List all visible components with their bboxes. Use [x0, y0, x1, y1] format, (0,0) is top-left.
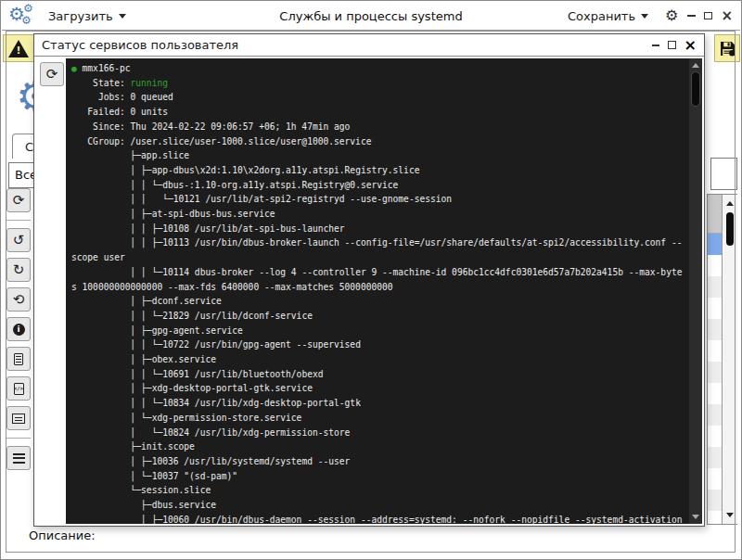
table-scrollbar[interactable] [722, 195, 737, 524]
log-file-icon [14, 353, 23, 365]
table-row[interactable] [708, 447, 722, 468]
units-table-fragment [707, 194, 737, 525]
settings-gear-icon[interactable]: ⚙ [665, 8, 678, 23]
table-row[interactable] [708, 383, 722, 404]
warning-toolbar-cell[interactable]: ! [3, 34, 34, 62]
dialog-title: Статус сервисов пользователя [42, 38, 238, 52]
table-row[interactable] [708, 490, 722, 511]
table-row[interactable] [708, 319, 722, 340]
terminal-scrollbar[interactable] [689, 58, 702, 524]
table-row[interactable] [708, 468, 722, 490]
terminal-scrollbar-thumb[interactable] [691, 71, 700, 107]
revert-icon: ⟲ [13, 293, 25, 307]
unit-list-icon [13, 453, 25, 464]
floppy-save-icon [720, 41, 736, 57]
undo-icon: ↺ [13, 234, 25, 248]
table-row[interactable] [708, 340, 722, 362]
redo-icon: ↻ [13, 263, 25, 277]
chevron-down-icon [119, 14, 126, 19]
right-filter-input[interactable] [710, 158, 737, 190]
maximize-button[interactable] [704, 12, 712, 19]
terminal-output: ● mmx166-pc State: running Jobs: 0 queue… [66, 58, 689, 524]
toolbar-separator [6, 220, 31, 221]
dialog-maximize-button[interactable] [668, 41, 676, 49]
load-menu-button[interactable]: Загрузить [41, 6, 134, 27]
table-row[interactable] [708, 276, 722, 298]
app-gears-logo-icon: ⚙⚙⚙ [2, 2, 41, 30]
undo-button[interactable]: ↺ [6, 228, 31, 252]
warning-icon: ! [8, 40, 29, 57]
save-menu-button[interactable]: Сохранить [560, 6, 656, 27]
table-scrollbar-thumb[interactable] [726, 212, 734, 246]
scroll-up-icon[interactable] [726, 201, 734, 206]
revert-button[interactable]: ⟲ [6, 287, 31, 312]
table-row[interactable] [708, 234, 722, 255]
log-file-button[interactable] [6, 347, 31, 371]
dialog-titlebar[interactable]: Статус сервисов пользователя × [34, 34, 704, 57]
table-column-header[interactable] [708, 195, 722, 234]
table-row[interactable] [708, 362, 722, 383]
unit-file-icon: </> [14, 383, 24, 395]
main-titlebar: ⚙⚙⚙ Загрузить Службы и процессы systemd … [2, 2, 740, 31]
table-row[interactable] [708, 255, 722, 276]
status-terminal: ● mmx166-pc State: running Jobs: 0 queue… [66, 58, 702, 524]
properties-button[interactable] [6, 406, 31, 430]
redo-button[interactable]: ↻ [6, 258, 31, 282]
left-toolbar: ⟳↺↻⟲i</> [6, 188, 31, 476]
dialog-refresh-button[interactable]: ⟳ [40, 62, 64, 86]
unit-file-button[interactable]: </> [6, 376, 31, 401]
table-row[interactable] [708, 404, 722, 426]
scroll-down-icon[interactable] [726, 513, 734, 517]
refresh-button[interactable]: ⟳ [6, 188, 31, 212]
info-button[interactable]: i [6, 317, 31, 341]
save-menu-label: Сохранить [568, 9, 635, 23]
save-toolbar-cell[interactable] [714, 34, 740, 62]
properties-icon [12, 414, 25, 424]
refresh-icon: ⟳ [13, 194, 25, 208]
info-icon: i [13, 324, 25, 336]
dialog-minimize-button[interactable] [652, 45, 659, 46]
minimize-button[interactable] [687, 15, 696, 17]
refresh-icon: ⟳ [46, 68, 58, 82]
scroll-up-icon[interactable] [692, 63, 699, 68]
scroll-down-icon[interactable] [692, 515, 699, 519]
dialog-close-button[interactable]: × [684, 40, 697, 51]
table-rows [708, 234, 722, 511]
table-row[interactable] [708, 426, 722, 447]
user-services-status-dialog: Статус сервисов пользователя × ⟳ ● mmx16… [33, 33, 705, 527]
close-button[interactable]: × [721, 11, 733, 20]
description-label: Описание: [29, 528, 96, 542]
load-menu-label: Загрузить [48, 9, 113, 23]
chevron-down-icon [641, 14, 648, 19]
unit-list-button[interactable] [6, 446, 31, 470]
toolbar-separator [6, 438, 31, 439]
table-row[interactable] [708, 298, 722, 319]
